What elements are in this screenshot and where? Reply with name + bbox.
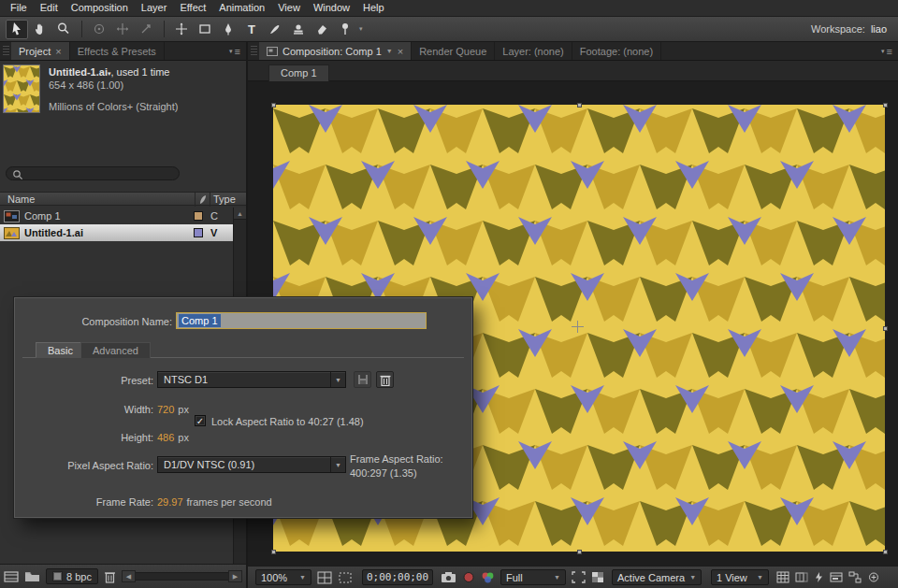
comp-flowchart-button[interactable] xyxy=(848,571,862,583)
panel-grip-icon[interactable] xyxy=(251,46,257,56)
menu-edit[interactable]: Edit xyxy=(34,0,65,16)
zoom-tool-button[interactable] xyxy=(52,20,75,39)
panel-horizontal-scrollbar[interactable]: ◀ ▶ xyxy=(122,570,242,582)
label-color-swatch[interactable] xyxy=(194,211,203,221)
type-tool-button[interactable]: T xyxy=(240,20,263,39)
preset-label: Preset: xyxy=(22,375,153,386)
scrollbar-track[interactable] xyxy=(136,572,228,581)
show-snapshot-button[interactable] xyxy=(462,571,475,583)
save-preset-button[interactable] xyxy=(354,371,371,388)
footage-item-icon xyxy=(4,227,20,239)
width-value[interactable]: 720 xyxy=(157,404,174,415)
tab-layer[interactable]: Layer: (none) xyxy=(495,42,572,60)
fast-previews-button[interactable] xyxy=(814,571,824,583)
height-value-group: 486px xyxy=(157,432,189,443)
panel-menu-button[interactable]: ▾ ≡ xyxy=(224,42,246,60)
hand-tool-button[interactable] xyxy=(29,20,51,39)
menu-view[interactable]: View xyxy=(271,0,307,16)
mask-visibility-button[interactable] xyxy=(338,571,353,584)
workspace-selector[interactable]: liao xyxy=(871,23,887,35)
tab-basic[interactable]: Basic xyxy=(36,342,85,358)
menu-layer[interactable]: Layer xyxy=(135,0,174,16)
label-color-swatch[interactable] xyxy=(194,228,203,237)
delete-trash-button[interactable] xyxy=(104,570,116,583)
region-of-interest-button[interactable] xyxy=(572,571,586,583)
menu-effect[interactable]: Effect xyxy=(173,0,212,16)
show-channel-button[interactable] xyxy=(481,571,495,583)
selection-tool-button[interactable] xyxy=(6,20,28,39)
3d-view-value: Active Camera xyxy=(617,572,685,583)
width-value-group: 720px xyxy=(157,404,189,415)
column-header-type[interactable]: Type xyxy=(213,194,236,205)
list-item-untitled-ai[interactable]: Untitled-1.ai V xyxy=(0,224,233,241)
3d-view-dropdown[interactable]: Active Camera ▼ xyxy=(612,569,702,585)
eraser-tool-button[interactable] xyxy=(311,20,333,39)
menu-window[interactable]: Window xyxy=(307,0,356,16)
close-icon[interactable]: × xyxy=(398,46,403,57)
project-search-box[interactable] xyxy=(6,166,180,180)
lock-aspect-checkbox[interactable]: ✓ xyxy=(195,415,206,426)
current-time-display[interactable]: 0;00;00;00 xyxy=(362,569,433,585)
magnification-dropdown[interactable]: 100% ▼ xyxy=(255,569,311,585)
resolution-dropdown[interactable]: Full ▼ xyxy=(500,569,566,585)
pen-tool-button[interactable] xyxy=(217,20,239,39)
exposure-button[interactable] xyxy=(867,571,880,583)
tab-advanced[interactable]: Advanced xyxy=(80,342,151,358)
pixel-aspect-ratio-dropdown[interactable]: D1/DV NTSC (0.91) ▼ xyxy=(157,456,346,473)
scrollbar-up-button[interactable]: ▲ xyxy=(234,208,246,220)
lock-aspect-label[interactable]: Lock Aspect Ratio to 40:27 (1.48) xyxy=(211,416,364,427)
snapshot-button[interactable] xyxy=(441,571,456,583)
color-depth-button[interactable]: 8 bpc xyxy=(46,568,98,584)
timeline-button[interactable] xyxy=(830,571,843,583)
transparency-grid-button[interactable] xyxy=(591,571,604,583)
comp-viewer-tab[interactable]: Comp 1 xyxy=(268,65,329,81)
magnifier-icon xyxy=(56,22,71,36)
tab-composition[interactable]: Composition: Comp 1 ▼ × xyxy=(259,42,412,60)
pan-behind-tool-button[interactable] xyxy=(170,20,193,39)
column-divider[interactable] xyxy=(210,193,210,207)
chevron-down-icon: ▼ xyxy=(554,574,560,581)
composition-name-value: Comp 1 xyxy=(179,314,221,327)
footage-name[interactable]: Untitled-1.ai xyxy=(49,66,108,78)
grid-options-button[interactable] xyxy=(776,571,789,583)
tab-effects-presets[interactable]: Effects & Presets xyxy=(70,42,165,60)
puppet-pin-tool-button[interactable] xyxy=(334,20,356,39)
column-divider[interactable] xyxy=(195,193,196,207)
menu-animation[interactable]: Animation xyxy=(212,0,271,16)
menu-file[interactable]: File xyxy=(4,0,34,16)
panel-grip-icon[interactable] xyxy=(3,46,9,56)
scroll-left-button[interactable]: ◀ xyxy=(122,570,136,582)
clone-stamp-tool-button[interactable] xyxy=(287,20,310,39)
safe-margins-button[interactable] xyxy=(317,571,332,584)
panel-menu-button[interactable]: ▾ ≡ xyxy=(876,42,898,60)
interpret-footage-button[interactable] xyxy=(4,570,19,583)
preset-dropdown[interactable]: NTSC D1 ▼ xyxy=(157,371,346,388)
view-layout-dropdown[interactable]: 1 View ▼ xyxy=(711,569,769,585)
list-item-comp1[interactable]: Comp 1 C xyxy=(0,208,233,224)
menu-composition[interactable]: Composition xyxy=(65,0,135,16)
rectangle-mask-tool-button[interactable] xyxy=(194,20,216,39)
height-unit: px xyxy=(178,432,189,443)
tab-footage[interactable]: Footage: (none) xyxy=(572,42,661,60)
orbit-camera-tool-button[interactable] xyxy=(88,20,110,39)
frame-rate-label: Frame Rate: xyxy=(22,496,153,508)
project-panel-footer: 8 bpc ◀ ▶ xyxy=(0,564,246,588)
track-z-camera-tool-button[interactable] xyxy=(135,20,157,39)
height-value[interactable]: 486 xyxy=(157,432,174,443)
brush-tool-button[interactable] xyxy=(264,20,286,39)
composition-name-input[interactable]: Comp 1 xyxy=(176,312,427,329)
close-icon[interactable]: × xyxy=(55,46,61,57)
scroll-right-button[interactable]: ▶ xyxy=(228,570,242,582)
frame-rate-value[interactable]: 29.97 xyxy=(157,496,183,508)
tab-render-queue[interactable]: Render Queue xyxy=(412,42,495,60)
tab-project[interactable]: Project × xyxy=(11,42,70,60)
new-folder-button[interactable] xyxy=(24,570,40,582)
feather-column-icon[interactable] xyxy=(198,194,208,205)
menu-help[interactable]: Help xyxy=(356,0,391,16)
search-input[interactable] xyxy=(25,167,166,180)
track-xy-camera-tool-button[interactable] xyxy=(111,20,134,39)
pixel-aspect-correction-button[interactable] xyxy=(795,571,808,583)
chevron-down-icon[interactable]: ▼ xyxy=(386,48,393,54)
delete-preset-button[interactable] xyxy=(376,371,394,388)
column-header-name[interactable]: Name xyxy=(7,194,35,205)
